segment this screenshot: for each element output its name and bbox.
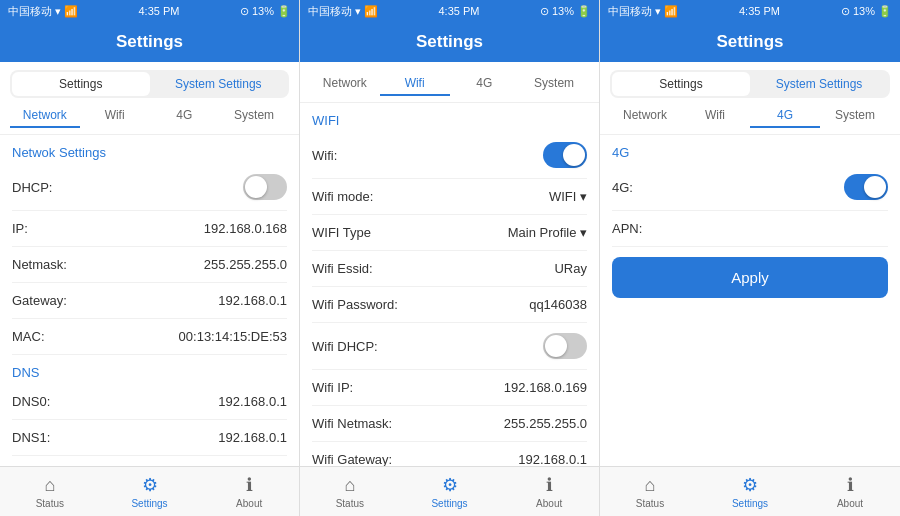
label-dns1: DNS1:	[12, 430, 50, 445]
bottom-settings-2[interactable]: ⚙ Settings	[400, 474, 500, 509]
section-title-dns: DNS	[12, 355, 287, 384]
bottom-about-label-1: About	[236, 498, 262, 509]
tab-switcher-1: Settings System Settings	[10, 70, 289, 98]
apply-button-3[interactable]: Apply	[612, 257, 888, 298]
tab-settings-3[interactable]: Settings	[612, 72, 750, 96]
label-wifi-netmask: Wifi Netmask:	[312, 416, 392, 431]
value-wifi-mode[interactable]: WIFI ▾	[549, 189, 587, 204]
nav-system-1[interactable]: System	[219, 104, 289, 128]
value-wifi-essid: URay	[554, 261, 587, 276]
nav-tabs-2: Network Wifi 4G System	[300, 70, 599, 103]
bottom-status-label-2: Status	[336, 498, 364, 509]
value-wifi-password: qq146038	[529, 297, 587, 312]
row-dns1: DNS1: 192.168.0.1	[12, 420, 287, 456]
panel-3: 中国移动 ▾ 📶 4:35 PM ⊙ 13% 🔋 Settings Settin…	[600, 0, 900, 516]
label-apn: APN:	[612, 221, 642, 236]
status-right-1: ⊙ 13% 🔋	[240, 5, 291, 18]
gear-icon-3: ⚙	[742, 474, 758, 496]
row-wifi-mode: Wifi mode: WIFI ▾	[312, 179, 587, 215]
bottom-settings-3[interactable]: ⚙ Settings	[700, 474, 800, 509]
row-dhcp: DHCP:	[12, 164, 287, 211]
status-time-1: 4:35 PM	[139, 5, 180, 17]
home-icon-3: ⌂	[645, 475, 656, 496]
bottom-status-1[interactable]: ⌂ Status	[0, 475, 100, 509]
bottom-settings-1[interactable]: ⚙ Settings	[100, 474, 200, 509]
info-icon-3: ℹ	[847, 474, 854, 496]
bottom-status-2[interactable]: ⌂ Status	[300, 475, 400, 509]
label-gateway: Gateway:	[12, 293, 67, 308]
row-wifi-dhcp: Wifi DHCP:	[312, 323, 587, 370]
value-wifi-gateway: 192.168.0.1	[518, 452, 587, 466]
content-area-2: WIFI Wifi: Wifi mode: WIFI ▾ WIFI Type M…	[300, 103, 599, 466]
bottom-about-3[interactable]: ℹ About	[800, 474, 900, 509]
content-area-3: 4G 4G: APN: Apply	[600, 135, 900, 466]
bottom-status-label-3: Status	[636, 498, 664, 509]
nav-network-2[interactable]: Network	[310, 72, 380, 96]
nav-wifi-2[interactable]: Wifi	[380, 72, 450, 96]
home-icon-2: ⌂	[344, 475, 355, 496]
value-wifi-type[interactable]: Main Profile ▾	[508, 225, 587, 240]
nav-wifi-1[interactable]: Wifi	[80, 104, 150, 128]
label-wifi-mode: Wifi mode:	[312, 189, 373, 204]
toggle-wifi-dhcp[interactable]	[543, 333, 587, 359]
nav-network-3[interactable]: Network	[610, 104, 680, 128]
gear-icon-2: ⚙	[442, 474, 458, 496]
label-dns0: DNS0:	[12, 394, 50, 409]
row-gateway: Gateway: 192.168.0.1	[12, 283, 287, 319]
value-wifi-ip: 192.168.0.169	[504, 380, 587, 395]
value-netmask: 255.255.255.0	[204, 257, 287, 272]
status-bar-3: 中国移动 ▾ 📶 4:35 PM ⊙ 13% 🔋	[600, 0, 900, 22]
panel-2: 中国移动 ▾ 📶 4:35 PM ⊙ 13% 🔋 Settings Networ…	[300, 0, 600, 516]
bottom-about-label-2: About	[536, 498, 562, 509]
tab-system-settings-3[interactable]: System Settings	[750, 72, 888, 96]
bottom-bar-2: ⌂ Status ⚙ Settings ℹ About	[300, 466, 599, 516]
label-mac: MAC:	[12, 329, 45, 344]
nav-4g-3[interactable]: 4G	[750, 104, 820, 128]
label-wifi-password: Wifi Password:	[312, 297, 398, 312]
nav-system-3[interactable]: System	[820, 104, 890, 128]
value-dns1: 192.168.0.1	[218, 430, 287, 445]
row-wifi-essid: Wifi Essid: URay	[312, 251, 587, 287]
row-wifi-password: Wifi Password: qq146038	[312, 287, 587, 323]
bottom-status-label-1: Status	[36, 498, 64, 509]
status-left-2: 中国移动 ▾ 📶	[308, 4, 378, 19]
status-time-2: 4:35 PM	[439, 5, 480, 17]
label-wifi-ip: Wifi IP:	[312, 380, 353, 395]
label-wifi-dhcp: Wifi DHCP:	[312, 339, 378, 354]
home-icon-1: ⌂	[44, 475, 55, 496]
label-wifi: Wifi:	[312, 148, 337, 163]
label-netmask: Netmask:	[12, 257, 67, 272]
status-time-3: 4:35 PM	[739, 5, 780, 17]
bottom-status-3[interactable]: ⌂ Status	[600, 475, 700, 509]
row-netmask: Netmask: 255.255.255.0	[12, 247, 287, 283]
toggle-dhcp[interactable]	[243, 174, 287, 200]
tab-system-settings-1[interactable]: System Settings	[150, 72, 288, 96]
value-wifi-netmask: 255.255.255.0	[504, 416, 587, 431]
tab-settings-1[interactable]: Settings	[12, 72, 150, 96]
toggle-wifi[interactable]	[543, 142, 587, 168]
row-4g-toggle: 4G:	[612, 164, 888, 211]
row-mac: MAC: 00:13:14:15:DE:53	[12, 319, 287, 355]
panel-1: 中国移动 ▾ 📶 4:35 PM ⊙ 13% 🔋 Settings Settin…	[0, 0, 300, 516]
nav-wifi-3[interactable]: Wifi	[680, 104, 750, 128]
status-bar-2: 中国移动 ▾ 📶 4:35 PM ⊙ 13% 🔋	[300, 0, 599, 22]
gear-icon-1: ⚙	[142, 474, 158, 496]
bottom-about-1[interactable]: ℹ About	[199, 474, 299, 509]
tab-switcher-3: Settings System Settings	[610, 70, 890, 98]
label-ip: IP:	[12, 221, 28, 236]
bottom-about-2[interactable]: ℹ About	[499, 474, 599, 509]
label-wifi-essid: Wifi Essid:	[312, 261, 373, 276]
row-wifi-ip: Wifi IP: 192.168.0.169	[312, 370, 587, 406]
nav-network-1[interactable]: Network	[10, 104, 80, 128]
row-apn: APN:	[612, 211, 888, 247]
nav-4g-2[interactable]: 4G	[450, 72, 520, 96]
label-wifi-type: WIFI Type	[312, 225, 371, 240]
toggle-4g[interactable]	[844, 174, 888, 200]
content-area-1: Netwok Settings DHCP: IP: 192.168.0.168 …	[0, 135, 299, 466]
row-dns0: DNS0: 192.168.0.1	[12, 384, 287, 420]
status-left-1: 中国移动 ▾ 📶	[8, 4, 78, 19]
bottom-bar-1: ⌂ Status ⚙ Settings ℹ About	[0, 466, 299, 516]
nav-4g-1[interactable]: 4G	[150, 104, 220, 128]
row-wifi-type: WIFI Type Main Profile ▾	[312, 215, 587, 251]
nav-system-2[interactable]: System	[519, 72, 589, 96]
